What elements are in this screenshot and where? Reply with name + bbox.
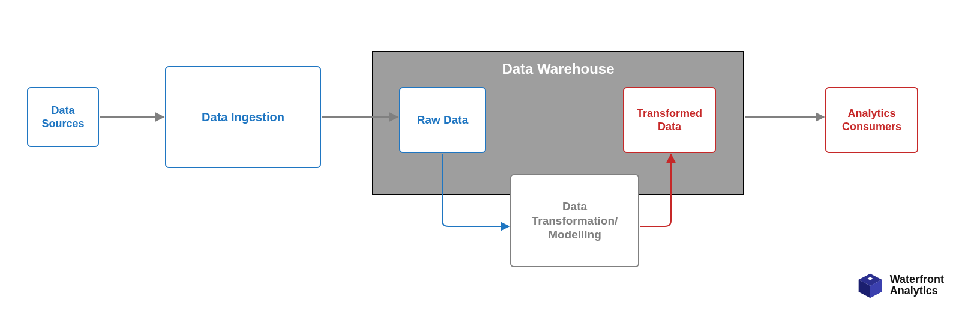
cube-icon — [856, 271, 884, 299]
node-label: Raw Data — [417, 113, 469, 127]
node-data-ingestion: Data Ingestion — [165, 66, 321, 168]
node-label: Data Sources — [41, 104, 84, 131]
data-warehouse-title: Data Warehouse — [373, 61, 743, 77]
node-label: Data Transformation/ Modelling — [532, 199, 618, 242]
node-data-sources: Data Sources — [27, 87, 99, 147]
node-label: Analytics Consumers — [842, 107, 901, 134]
brand-logo: Waterfront Analytics — [856, 271, 944, 299]
node-label: Transformed Data — [637, 107, 702, 134]
node-label: Data Ingestion — [202, 110, 284, 125]
node-raw-data: Raw Data — [399, 87, 486, 153]
node-analytics-consumers: Analytics Consumers — [825, 87, 918, 153]
node-data-transformation: Data Transformation/ Modelling — [510, 174, 639, 267]
node-transformed-data: Transformed Data — [623, 87, 716, 153]
brand-name: Waterfront Analytics — [890, 274, 944, 297]
